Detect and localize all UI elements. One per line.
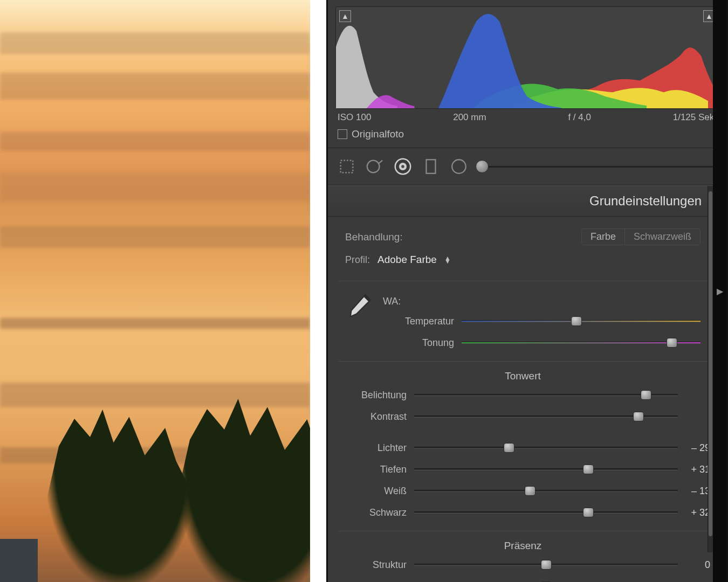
svg-point-1 — [367, 161, 380, 173]
svg-rect-5 — [427, 160, 436, 174]
exposure-slider[interactable] — [414, 389, 678, 401]
exif-focal: 200 mm — [453, 112, 486, 123]
profile-stepper-icon[interactable]: ▲▼ — [444, 257, 451, 263]
tint-slider[interactable] — [462, 337, 700, 349]
temperature-slider[interactable] — [462, 315, 700, 327]
histogram-chart — [336, 7, 718, 108]
white-balance-picker-icon[interactable] — [345, 292, 373, 323]
temperature-label: Temperatur — [383, 316, 462, 327]
histogram[interactable]: ▲ ▲ — [335, 6, 719, 109]
local-tools-strip — [328, 148, 726, 185]
contrast-slider[interactable] — [414, 411, 678, 422]
exif-aperture: f / 4,0 — [568, 112, 591, 123]
svg-point-4 — [401, 165, 404, 168]
exif-info: ISO 100 200 mm f / 4,0 1/125 Sek. — [338, 112, 717, 123]
adjustment-amount-slider[interactable] — [478, 160, 717, 173]
original-label: Originalfoto — [352, 128, 404, 140]
shadows-slider[interactable] — [414, 463, 678, 475]
svg-point-6 — [452, 160, 466, 174]
exposure-label: Belichtung — [335, 390, 414, 401]
texture-label: Struktur — [335, 559, 414, 571]
shadows-label: Tiefen — [335, 464, 414, 475]
texture-slider[interactable] — [414, 559, 678, 571]
exif-shutter: 1/125 Sek. — [673, 112, 717, 123]
profile-value[interactable]: Adobe Farbe — [377, 254, 437, 266]
exif-iso: ISO 100 — [338, 112, 371, 123]
presence-heading: Präsenz — [335, 540, 710, 552]
original-checkbox[interactable] — [338, 129, 347, 139]
panel-scrollbar[interactable] — [708, 186, 713, 552]
texture-value: 0 — [678, 559, 710, 571]
wb-label: WA: — [383, 296, 401, 307]
graduated-filter-tool[interactable] — [422, 157, 440, 176]
highlights-label: Lichter — [335, 442, 414, 454]
treatment-label: Behandlung: — [345, 231, 403, 243]
highlights-slider[interactable] — [414, 442, 678, 454]
svg-rect-0 — [341, 161, 353, 173]
tone-heading: Tonwert — [335, 370, 710, 382]
blacks-slider[interactable] — [414, 507, 678, 518]
contrast-label: Kontrast — [335, 411, 414, 422]
highlights-value: – 29 — [678, 442, 710, 454]
treatment-bw-button[interactable]: Schwarzweiß — [624, 229, 700, 245]
develop-panel: ▲ ▲ ISO 100 200 mm f / 4,0 1/125 Sek. Or… — [326, 0, 728, 582]
spot-removal-tool[interactable] — [366, 157, 384, 176]
profile-label: Profil: — [345, 254, 370, 266]
whites-value: – 13 — [678, 486, 710, 497]
blacks-value: + 32 — [678, 507, 710, 518]
tint-label: Tonung — [383, 337, 462, 349]
photo-preview — [0, 0, 310, 582]
whites-slider[interactable] — [414, 485, 678, 497]
redeye-tool[interactable] — [394, 157, 412, 176]
panel-right-border: ▶ — [713, 0, 726, 582]
crop-tool[interactable] — [338, 157, 356, 176]
blacks-label: Schwarz — [335, 507, 414, 518]
expand-panels-icon[interactable]: ▶ — [717, 286, 723, 296]
whites-label: Weiß — [335, 486, 414, 497]
shadows-value: + 31 — [678, 464, 710, 475]
basic-panel-title: Grundeinstellungen — [589, 193, 702, 209]
basic-panel-header[interactable]: Grundeinstellungen ▼ — [328, 185, 726, 217]
radial-filter-tool[interactable] — [450, 157, 468, 176]
treatment-color-button[interactable]: Farbe — [582, 229, 624, 245]
